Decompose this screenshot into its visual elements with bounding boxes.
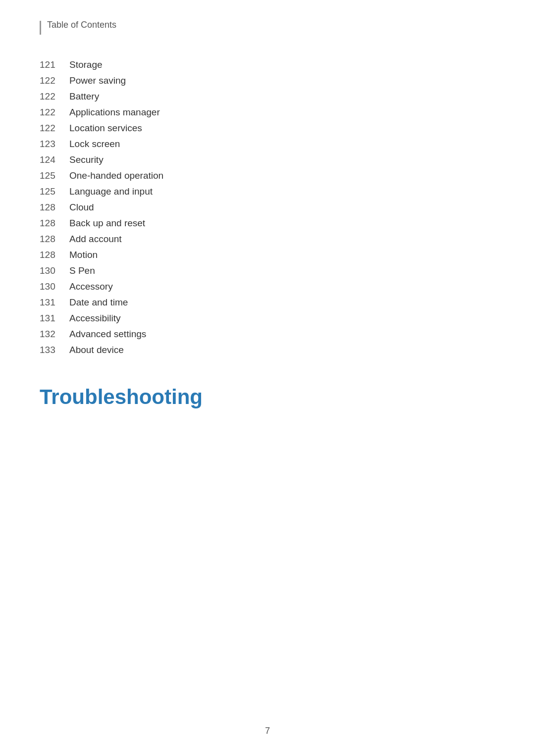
toc-number: 122 (40, 123, 69, 134)
toc-number: 133 (40, 345, 69, 355)
toc-number: 128 (40, 250, 69, 260)
toc-text: About device (69, 345, 124, 355)
toc-number: 122 (40, 107, 69, 118)
list-item: 132 Advanced settings (40, 329, 495, 340)
list-item: 131 Accessibility (40, 313, 495, 324)
toc-text: One-handed operation (69, 170, 163, 181)
toc-number: 128 (40, 202, 69, 213)
list-item: 131 Date and time (40, 297, 495, 308)
toc-text: Motion (69, 250, 98, 260)
toc-text: Back up and reset (69, 218, 145, 229)
toc-number: 131 (40, 313, 69, 324)
toc-text: Applications manager (69, 107, 160, 118)
header-bar: Table of Contents (40, 20, 495, 35)
toc-text: Accessory (69, 281, 113, 292)
list-item: 121 Storage (40, 59, 495, 70)
list-item: 125 Language and input (40, 186, 495, 197)
toc-number: 121 (40, 59, 69, 70)
toc-text: Add account (69, 234, 122, 245)
toc-number: 124 (40, 154, 69, 165)
toc-number: 128 (40, 234, 69, 245)
list-item: 123 Lock screen (40, 139, 495, 150)
toc-text: Battery (69, 91, 99, 102)
page-number: 7 (265, 726, 270, 736)
toc-text: Cloud (69, 202, 94, 213)
toc-text: Language and input (69, 186, 153, 197)
toc-text: S Pen (69, 265, 95, 276)
list-item: 130 Accessory (40, 281, 495, 292)
list-item: 128 Back up and reset (40, 218, 495, 229)
toc-number: 122 (40, 91, 69, 102)
left-border-decoration (40, 21, 41, 35)
list-item: 122 Power saving (40, 75, 495, 86)
toc-number: 130 (40, 281, 69, 292)
list-item: 122 Battery (40, 91, 495, 102)
list-item: 133 About device (40, 345, 495, 355)
toc-text: Accessibility (69, 313, 120, 324)
page-container: Table of Contents 121 Storage 122 Power … (0, 0, 535, 756)
table-of-contents-label: Table of Contents (47, 20, 116, 30)
list-item: 125 One-handed operation (40, 170, 495, 181)
list-item: 130 S Pen (40, 265, 495, 276)
troubleshooting-heading: Troubleshooting (40, 385, 495, 409)
toc-list: 121 Storage 122 Power saving 122 Battery… (40, 59, 495, 355)
toc-text: Storage (69, 59, 103, 70)
toc-text: Lock screen (69, 139, 120, 150)
toc-number: 130 (40, 265, 69, 276)
toc-text: Security (69, 154, 104, 165)
toc-number: 125 (40, 170, 69, 181)
list-item: 128 Add account (40, 234, 495, 245)
toc-number: 131 (40, 297, 69, 308)
toc-number: 128 (40, 218, 69, 229)
toc-number: 122 (40, 75, 69, 86)
toc-text: Advanced settings (69, 329, 146, 340)
toc-text: Location services (69, 123, 142, 134)
list-item: 122 Location services (40, 123, 495, 134)
list-item: 128 Cloud (40, 202, 495, 213)
list-item: 128 Motion (40, 250, 495, 260)
toc-number: 132 (40, 329, 69, 340)
list-item: 122 Applications manager (40, 107, 495, 118)
toc-number: 123 (40, 139, 69, 150)
toc-number: 125 (40, 186, 69, 197)
list-item: 124 Security (40, 154, 495, 165)
toc-text: Date and time (69, 297, 128, 308)
toc-text: Power saving (69, 75, 126, 86)
